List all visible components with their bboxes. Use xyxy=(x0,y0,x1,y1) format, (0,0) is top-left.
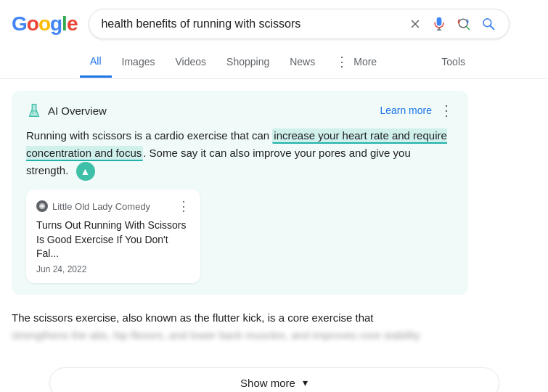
search-input[interactable] xyxy=(101,17,400,30)
search-icons xyxy=(407,15,497,33)
source-site-icon xyxy=(38,203,46,210)
ai-overview-header: AI Overview Learn more ⋮ xyxy=(26,102,454,118)
ai-overview-menu-button[interactable]: ⋮ xyxy=(439,103,454,118)
below-fold-blurred: strengthens the abs, hip flexors, and lo… xyxy=(12,327,468,344)
source-menu-button[interactable]: ⋮ xyxy=(177,198,190,214)
show-more-container: Show more ▾ xyxy=(12,367,536,392)
lens-search-button[interactable] xyxy=(455,15,473,33)
chevron-up-icon: ▲ xyxy=(81,166,91,176)
tab-more[interactable]: ⋮ More xyxy=(325,45,387,78)
svg-line-5 xyxy=(491,26,494,30)
voice-search-button[interactable] xyxy=(430,15,448,33)
tab-images[interactable]: Images xyxy=(112,47,165,76)
source-date: Jun 24, 2022 xyxy=(36,264,190,274)
nav-tabs: All Images Videos Shopping News ⋮ More T… xyxy=(0,45,548,79)
search-icon xyxy=(481,17,496,31)
tab-all[interactable]: All xyxy=(80,46,112,78)
show-more-button[interactable]: Show more ▾ xyxy=(49,367,499,392)
lens-icon xyxy=(457,17,471,31)
tools-button[interactable]: Tools xyxy=(431,47,475,76)
header: Google xyxy=(0,0,548,45)
source-card-header: Little Old Lady Comedy ⋮ xyxy=(36,198,190,214)
show-more-label: Show more xyxy=(240,377,295,389)
learn-more-link[interactable]: Learn more xyxy=(380,105,432,116)
chevron-down-icon: ▾ xyxy=(303,377,308,388)
source-name-row: Little Old Lady Comedy xyxy=(36,200,150,212)
below-fold-text: The scissors exercise, also known as the… xyxy=(12,309,468,344)
source-card[interactable]: Little Old Lady Comedy ⋮ Turns Out Runni… xyxy=(26,189,200,283)
close-icon xyxy=(409,17,422,30)
collapse-button[interactable]: ▲ xyxy=(76,162,95,181)
source-name-text: Little Old Lady Comedy xyxy=(52,201,150,212)
below-fold-line1: The scissors exercise, also known as the… xyxy=(12,309,468,327)
ai-overview-box: AI Overview Learn more ⋮ Running with sc… xyxy=(12,91,468,295)
tab-news[interactable]: News xyxy=(279,47,325,76)
ai-overview-actions: Learn more ⋮ xyxy=(380,103,454,118)
main-content: AI Overview Learn more ⋮ Running with sc… xyxy=(0,79,548,356)
source-title: Turns Out Running With Scissors Is Good … xyxy=(36,219,190,261)
svg-line-3 xyxy=(467,27,470,30)
svg-point-7 xyxy=(32,113,33,114)
ai-overview-title: AI Overview xyxy=(26,102,107,118)
search-bar xyxy=(89,9,510,39)
ai-flask-icon xyxy=(26,102,42,118)
clear-search-button[interactable] xyxy=(407,16,423,32)
google-logo[interactable]: Google xyxy=(12,12,77,36)
source-favicon xyxy=(36,200,48,212)
tab-shopping[interactable]: Shopping xyxy=(216,47,279,76)
search-button[interactable] xyxy=(480,15,497,33)
svg-point-8 xyxy=(35,113,36,113)
tab-videos[interactable]: Videos xyxy=(165,47,216,76)
more-dots-icon: ⋮ xyxy=(335,54,348,70)
ai-overview-text: Running with scissors is a cardio exerci… xyxy=(26,127,454,181)
microphone-icon xyxy=(432,17,446,31)
